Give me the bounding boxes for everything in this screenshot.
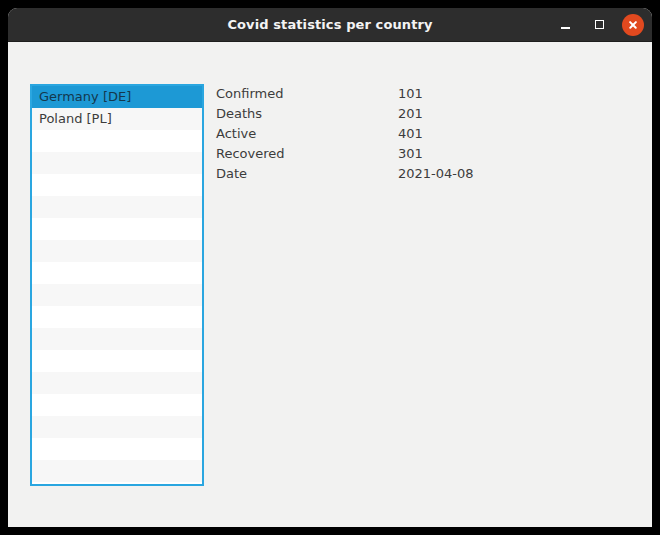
stat-row: Active401 xyxy=(216,124,636,144)
country-list-item[interactable]: Germany [DE] xyxy=(32,86,202,108)
country-list-empty-row xyxy=(32,328,202,350)
stat-value: 401 xyxy=(398,124,423,144)
stat-row: Date2021-04-08 xyxy=(216,164,636,184)
country-list-empty-row xyxy=(32,306,202,328)
stat-label: Recovered xyxy=(216,144,398,164)
country-list-empty-row xyxy=(32,130,202,152)
country-list-empty-row xyxy=(32,240,202,262)
window-content: Germany [DE]Poland [PL] Confirmed101Deat… xyxy=(8,43,652,527)
country-list-empty-row xyxy=(32,460,202,482)
window-controls xyxy=(554,8,644,41)
titlebar[interactable]: Covid statistics per country xyxy=(8,8,652,42)
country-listbox[interactable]: Germany [DE]Poland [PL] xyxy=(30,84,204,486)
stat-value: 101 xyxy=(398,84,423,104)
country-list-empty-row xyxy=(32,438,202,460)
country-list-empty-row xyxy=(32,174,202,196)
stats-panel: Confirmed101Deaths201Active401Recovered3… xyxy=(216,84,636,184)
minimize-button[interactable] xyxy=(554,14,576,36)
close-icon xyxy=(627,19,639,31)
country-list-empty-row xyxy=(32,262,202,284)
stat-label: Confirmed xyxy=(216,84,398,104)
close-button[interactable] xyxy=(622,14,644,36)
stat-value: 201 xyxy=(398,104,423,124)
app-window: Covid statistics per country Germany [DE… xyxy=(8,8,652,527)
stat-label: Active xyxy=(216,124,398,144)
minimize-icon xyxy=(561,27,570,29)
country-list-empty-row xyxy=(32,350,202,372)
stat-row: Deaths201 xyxy=(216,104,636,124)
stat-row: Recovered301 xyxy=(216,144,636,164)
country-list-item[interactable]: Poland [PL] xyxy=(32,108,202,130)
country-list-empty-row xyxy=(32,196,202,218)
maximize-icon xyxy=(595,20,604,29)
country-list-empty-row xyxy=(32,284,202,306)
country-list-empty-row xyxy=(32,416,202,438)
stat-row: Confirmed101 xyxy=(216,84,636,104)
country-list-empty-row xyxy=(32,372,202,394)
stat-value: 301 xyxy=(398,144,423,164)
country-list-empty-row xyxy=(32,218,202,240)
country-list-empty-row xyxy=(32,152,202,174)
stat-label: Date xyxy=(216,164,398,184)
maximize-button[interactable] xyxy=(588,14,610,36)
country-list-empty-row xyxy=(32,394,202,416)
window-title: Covid statistics per country xyxy=(227,17,432,32)
stat-label: Deaths xyxy=(216,104,398,124)
stat-value: 2021-04-08 xyxy=(398,164,474,184)
